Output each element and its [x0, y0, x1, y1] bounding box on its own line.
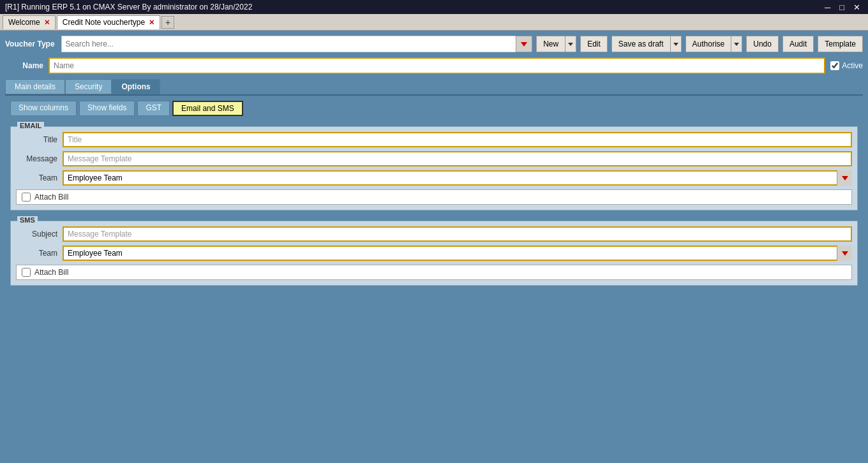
tab-security[interactable]: Security	[65, 79, 112, 94]
sms-attach-bill-label: Attach Bill	[34, 268, 68, 277]
sms-section-title: SMS	[17, 216, 38, 224]
minimize-button[interactable]: ─	[822, 3, 833, 11]
add-tab-button[interactable]: +	[161, 16, 174, 29]
sms-team-select-container: Employee Team	[63, 246, 852, 261]
email-section-title: EMAIL	[17, 122, 44, 129]
sms-subject-label: Subject	[16, 230, 57, 239]
voucher-type-label: Voucher Type	[5, 40, 55, 48]
new-dropdown-button[interactable]	[565, 36, 576, 52]
name-row: Name Active	[5, 57, 863, 74]
close-button[interactable]: ✕	[851, 3, 863, 11]
new-dropdown-arrow-icon	[568, 43, 573, 46]
window-controls: ─ □ ✕	[822, 3, 863, 11]
active-container: Active	[830, 61, 863, 70]
email-title-row: Title	[16, 132, 852, 147]
edit-button[interactable]: Edit	[580, 36, 608, 52]
email-message-label: Message	[16, 154, 57, 163]
authorise-dropdown-button[interactable]	[731, 36, 742, 52]
tab-credit-note[interactable]: Credit Note vouchertype ✕	[57, 15, 160, 29]
sub-tab-email-sms[interactable]: Email and SMS	[172, 101, 243, 116]
sub-tab-show-fields[interactable]: Show fields	[79, 101, 135, 116]
sms-subject-row: Subject	[16, 226, 852, 242]
voucher-type-dropdown-button[interactable]	[516, 36, 532, 52]
email-team-row: Team Employee Team	[16, 170, 852, 186]
sub-tabs: Show columns Show fields GST Email and S…	[5, 101, 863, 116]
email-team-select[interactable]: Employee Team	[63, 170, 852, 186]
authorise-dropdown-arrow-icon	[734, 43, 739, 46]
save-as-draft-dropdown-button[interactable]	[671, 36, 682, 52]
voucher-type-search-input[interactable]	[61, 36, 533, 52]
save-as-draft-button[interactable]: Save as draft	[611, 36, 671, 52]
active-checkbox[interactable]	[830, 61, 839, 70]
name-input[interactable]	[49, 57, 825, 74]
authorise-btn-group: Authorise	[685, 36, 743, 52]
sms-attach-container: Attach Bill	[16, 265, 852, 280]
active-label: Active	[842, 61, 863, 70]
main-content: Voucher Type New Edit Save as draft	[0, 31, 868, 301]
save-as-draft-btn-group: Save as draft	[611, 36, 682, 52]
sms-attach-bill-checkbox[interactable]	[22, 268, 31, 277]
undo-button[interactable]: Undo	[746, 36, 779, 52]
email-title-input[interactable]	[63, 132, 852, 147]
sms-team-row: Team Employee Team	[16, 246, 852, 261]
sms-subject-input[interactable]	[63, 226, 852, 242]
dropdown-arrow-icon	[521, 42, 527, 47]
tab-welcome-close[interactable]: ✕	[44, 18, 50, 27]
save-dropdown-arrow-icon	[673, 43, 678, 46]
sms-team-select[interactable]: Employee Team	[63, 246, 852, 261]
email-title-label: Title	[16, 135, 57, 144]
maximize-button[interactable]: □	[837, 3, 847, 11]
email-message-input[interactable]	[63, 151, 852, 166]
tab-bar: Welcome ✕ Credit Note vouchertype ✕ +	[0, 14, 868, 31]
tab-welcome[interactable]: Welcome ✕	[3, 15, 56, 29]
email-attach-container: Attach Bill	[16, 189, 852, 205]
sms-team-label: Team	[16, 249, 57, 258]
new-button[interactable]: New	[536, 36, 565, 52]
sms-section: SMS Subject Team Employee Team At	[10, 221, 858, 286]
tab-credit-note-label: Credit Note vouchertype	[63, 18, 145, 27]
toolbar-row: Voucher Type New Edit Save as draft	[5, 36, 863, 52]
tab-main-details[interactable]: Main details	[5, 79, 65, 94]
voucher-type-search-container	[61, 36, 533, 52]
email-team-label: Team	[16, 173, 57, 182]
email-team-select-container: Employee Team	[63, 170, 852, 186]
new-btn-group: New	[536, 36, 576, 52]
authorise-button[interactable]: Authorise	[685, 36, 732, 52]
email-section: EMAIL Title Message Team Employee Team	[10, 126, 858, 210]
sub-tab-gst[interactable]: GST	[137, 101, 170, 116]
sub-tab-show-columns[interactable]: Show columns	[10, 101, 77, 116]
tab-options[interactable]: Options	[112, 79, 160, 94]
main-tabs: Main details Security Options	[5, 79, 863, 94]
tab-welcome-label: Welcome	[8, 18, 40, 27]
tab-credit-note-close[interactable]: ✕	[149, 18, 154, 27]
title-text: [R1] Running ERP 5.1 on CMAX Server By a…	[5, 3, 252, 11]
email-attach-bill-checkbox[interactable]	[22, 193, 31, 202]
content-panel: Show columns Show fields GST Email and S…	[5, 94, 863, 296]
email-attach-bill-label: Attach Bill	[34, 193, 68, 202]
name-label: Name	[5, 61, 43, 70]
email-message-row: Message	[16, 151, 852, 166]
audit-button[interactable]: Audit	[782, 36, 814, 52]
template-button[interactable]: Template	[818, 36, 863, 52]
title-bar: [R1] Running ERP 5.1 on CMAX Server By a…	[0, 0, 868, 14]
